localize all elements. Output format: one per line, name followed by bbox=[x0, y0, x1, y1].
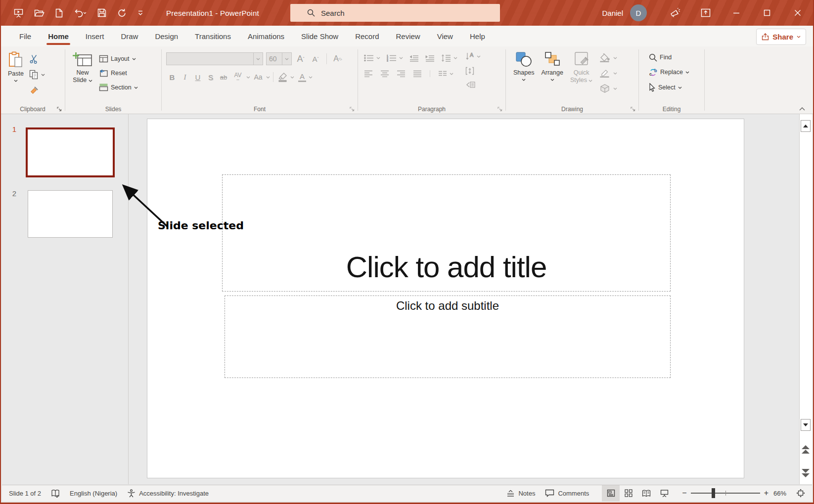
grow-font-button[interactable]: Aˆ bbox=[295, 53, 307, 65]
tab-file[interactable]: File bbox=[11, 26, 40, 46]
zoom-out-button[interactable]: − bbox=[682, 489, 686, 498]
next-slide-button[interactable] bbox=[801, 469, 810, 477]
tab-insert[interactable]: Insert bbox=[77, 26, 113, 46]
reset-button[interactable]: Reset bbox=[97, 68, 139, 78]
share-button[interactable]: Share bbox=[756, 29, 806, 45]
clipboard-dialog-launcher-icon[interactable] bbox=[57, 107, 62, 112]
slide-indicator[interactable]: Slide 1 of 2 bbox=[2, 485, 46, 501]
tab-transitions[interactable]: Transitions bbox=[186, 26, 239, 46]
quick-styles-button[interactable]: QuickStyles bbox=[567, 49, 596, 86]
drawing-dialog-launcher-icon[interactable] bbox=[631, 107, 635, 112]
avatar[interactable]: D bbox=[630, 4, 647, 21]
align-text-button[interactable] bbox=[464, 66, 482, 76]
new-file-icon[interactable] bbox=[55, 8, 63, 18]
ribbon-display-options-icon[interactable] bbox=[690, 0, 721, 26]
shape-outline-button[interactable] bbox=[598, 68, 619, 79]
columns-button[interactable] bbox=[437, 70, 455, 78]
character-spacing-button[interactable]: AV↔ bbox=[230, 71, 245, 83]
text-direction-button[interactable]: A bbox=[464, 51, 482, 62]
customize-qat-icon[interactable] bbox=[137, 10, 143, 16]
format-painter-button[interactable] bbox=[28, 84, 46, 96]
justify-button[interactable] bbox=[411, 69, 423, 78]
notes-button[interactable]: Notes bbox=[501, 485, 540, 501]
zoom-slider-thumb[interactable] bbox=[712, 488, 715, 498]
font-dialog-launcher-icon[interactable] bbox=[350, 107, 355, 112]
tab-record[interactable]: Record bbox=[347, 26, 387, 46]
tab-slide-show[interactable]: Slide Show bbox=[293, 26, 347, 46]
shrink-font-button[interactable]: Aˇ bbox=[310, 53, 321, 65]
slide-canvas[interactable]: Click to add title Click to add subtitle bbox=[147, 119, 744, 478]
select-button[interactable]: Select bbox=[647, 82, 701, 93]
open-icon[interactable] bbox=[34, 9, 45, 17]
normal-view-button[interactable] bbox=[602, 485, 620, 502]
replace-button[interactable]: bc Replace bbox=[647, 67, 701, 78]
collapse-ribbon-button[interactable] bbox=[799, 107, 805, 111]
zoom-level[interactable]: 66% bbox=[769, 485, 791, 501]
decrease-indent-button[interactable] bbox=[408, 54, 420, 63]
underline-button[interactable]: U bbox=[192, 71, 204, 83]
clear-formatting-button[interactable]: A▱ bbox=[332, 53, 344, 65]
subtitle-placeholder[interactable]: Click to add subtitle bbox=[225, 295, 671, 378]
tab-animations[interactable]: Animations bbox=[239, 26, 293, 46]
layout-button[interactable]: Layout bbox=[97, 54, 139, 64]
copy-button[interactable] bbox=[28, 69, 46, 81]
font-size-select[interactable]: 60 bbox=[266, 52, 292, 65]
tab-design[interactable]: Design bbox=[146, 26, 186, 46]
shape-effects-button[interactable] bbox=[598, 83, 619, 94]
maximize-button[interactable] bbox=[752, 0, 782, 26]
slide-1-thumbnail[interactable] bbox=[26, 127, 115, 177]
new-slide-button[interactable]: New Slide bbox=[70, 49, 95, 86]
close-button[interactable] bbox=[782, 0, 813, 26]
cut-button[interactable] bbox=[28, 53, 46, 65]
align-right-button[interactable] bbox=[395, 69, 407, 78]
scroll-up-button[interactable] bbox=[801, 120, 811, 132]
section-button[interactable]: Section bbox=[97, 83, 139, 92]
undo-button[interactable] bbox=[74, 8, 87, 18]
bullets-button[interactable] bbox=[362, 53, 382, 63]
text-shadow-button[interactable]: S bbox=[205, 71, 217, 83]
zoom-slider[interactable] bbox=[691, 493, 760, 494]
search-input[interactable]: Search bbox=[290, 4, 500, 22]
increase-indent-button[interactable] bbox=[424, 54, 436, 63]
line-spacing-button[interactable] bbox=[440, 53, 459, 63]
spellcheck-button[interactable] bbox=[46, 485, 65, 501]
bold-button[interactable]: B bbox=[166, 71, 178, 83]
numbering-button[interactable]: 123 bbox=[385, 53, 405, 63]
strikethrough-button[interactable]: ab bbox=[218, 71, 229, 83]
paragraph-dialog-launcher-icon[interactable] bbox=[497, 107, 502, 112]
shapes-button[interactable]: Shapes bbox=[510, 49, 537, 83]
font-name-select[interactable] bbox=[166, 52, 263, 65]
italic-button[interactable]: I bbox=[179, 71, 191, 83]
shape-fill-button[interactable] bbox=[598, 52, 619, 63]
minimize-button[interactable] bbox=[721, 0, 752, 26]
tab-home[interactable]: Home bbox=[40, 26, 77, 46]
scroll-down-button[interactable] bbox=[801, 419, 811, 431]
comments-button[interactable]: Comments bbox=[540, 485, 594, 501]
tab-view[interactable]: View bbox=[429, 26, 461, 46]
font-color-button[interactable]: A bbox=[297, 72, 314, 83]
zoom-in-button[interactable]: + bbox=[764, 489, 769, 498]
slide-2-thumbnail[interactable] bbox=[28, 190, 113, 238]
accessibility-button[interactable]: Accessibility: Investigate bbox=[122, 485, 214, 501]
arrange-button[interactable]: Arrange bbox=[538, 49, 566, 83]
title-placeholder[interactable]: Click to add title bbox=[222, 174, 671, 292]
paste-button[interactable]: Paste bbox=[5, 49, 27, 84]
save-icon[interactable] bbox=[97, 8, 106, 17]
language-indicator[interactable]: English (Nigeria) bbox=[65, 485, 122, 501]
change-case-button[interactable]: Aa bbox=[251, 71, 265, 83]
align-center-button[interactable] bbox=[379, 69, 391, 78]
align-left-button[interactable] bbox=[362, 69, 374, 78]
find-button[interactable]: Find bbox=[647, 52, 701, 63]
user-name[interactable]: Daniel bbox=[602, 9, 623, 17]
slideshow-view-button[interactable] bbox=[655, 485, 673, 502]
tab-draw[interactable]: Draw bbox=[112, 26, 146, 46]
tab-review[interactable]: Review bbox=[388, 26, 429, 46]
fit-slide-to-window-button[interactable] bbox=[791, 485, 812, 501]
vertical-scrollbar[interactable] bbox=[799, 114, 812, 484]
tab-help[interactable]: Help bbox=[461, 26, 494, 46]
previous-slide-button[interactable] bbox=[801, 445, 810, 454]
reading-view-button[interactable] bbox=[637, 485, 655, 502]
convert-to-smartart-button[interactable] bbox=[464, 80, 482, 89]
feedback-megaphone-icon[interactable] bbox=[660, 0, 690, 26]
redo-button[interactable] bbox=[117, 8, 127, 18]
